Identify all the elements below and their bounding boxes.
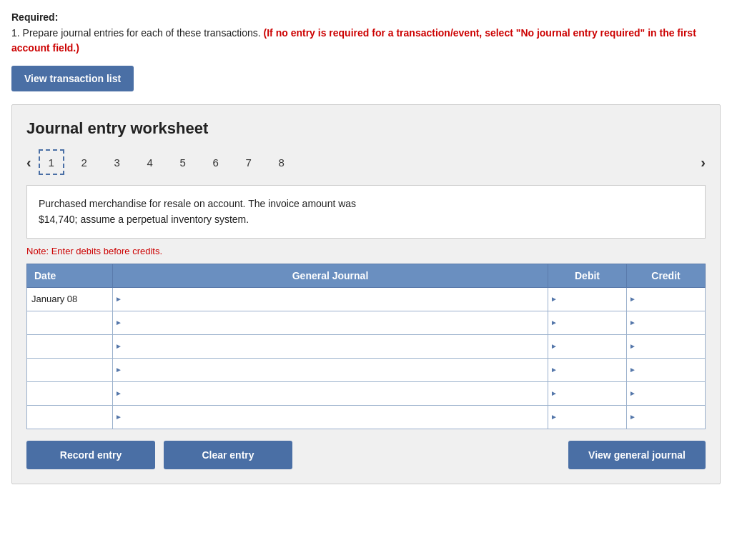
journal-input-4[interactable] xyxy=(124,364,548,375)
prev-page-button[interactable]: ‹ xyxy=(26,154,31,171)
page-8-tab[interactable]: 8 xyxy=(269,149,295,175)
credit-input-1[interactable] xyxy=(638,294,705,304)
arrow-indicator: ► xyxy=(548,413,560,421)
credit-input-3[interactable] xyxy=(638,341,705,351)
journal-input-5[interactable] xyxy=(124,388,548,399)
credit-cell-3[interactable]: ► xyxy=(627,334,706,358)
page-2-tab[interactable]: 2 xyxy=(71,149,97,175)
credit-cell-2[interactable]: ► xyxy=(627,311,706,334)
credit-cell-6[interactable]: ► xyxy=(627,405,706,429)
page-1-tab[interactable]: 1 xyxy=(39,149,64,175)
arrow-indicator: ► xyxy=(548,342,560,350)
arrow-indicator: ► xyxy=(548,389,560,397)
table-row: ► ► ► xyxy=(27,358,706,381)
table-row: January 08 ► ► ► xyxy=(27,287,706,311)
debit-input-4[interactable] xyxy=(560,364,626,375)
arrow-indicator: ► xyxy=(627,366,638,374)
arrow-indicator: ► xyxy=(627,342,638,350)
debit-cell-1[interactable]: ► xyxy=(548,287,627,311)
col-header-credit: Credit xyxy=(627,264,706,287)
debit-cell-4[interactable]: ► xyxy=(548,358,627,381)
arrow-indicator: ► xyxy=(627,413,638,421)
arrow-indicator: ► xyxy=(113,295,124,303)
credit-input-5[interactable] xyxy=(638,388,705,399)
journal-input-1[interactable] xyxy=(124,294,548,304)
table-row: ► ► ► xyxy=(27,405,706,429)
arrow-indicator: ► xyxy=(548,366,560,374)
arrow-indicator: ► xyxy=(627,389,638,397)
date-cell-3 xyxy=(27,334,113,358)
credit-cell-1[interactable]: ► xyxy=(627,287,706,311)
debit-input-3[interactable] xyxy=(560,341,626,351)
date-cell-2 xyxy=(27,311,113,334)
table-row: ► ► ► xyxy=(27,311,706,334)
date-cell-1: January 08 xyxy=(27,287,113,311)
worksheet-container: Journal entry worksheet ‹ 1 2 3 4 5 6 7 … xyxy=(11,104,721,484)
required-label: Required: xyxy=(11,11,721,23)
credit-cell-5[interactable]: ► xyxy=(627,381,706,405)
arrow-indicator: ► xyxy=(113,389,124,397)
date-cell-5 xyxy=(27,381,113,405)
date-cell-4 xyxy=(27,358,113,381)
table-row: ► ► ► xyxy=(27,334,706,358)
debit-input-1[interactable] xyxy=(560,294,626,304)
arrow-indicator: ► xyxy=(113,366,124,374)
date-cell-6 xyxy=(27,405,113,429)
credit-input-6[interactable] xyxy=(638,411,705,422)
record-entry-button[interactable]: Record entry xyxy=(26,441,155,469)
journal-cell-2[interactable]: ► xyxy=(113,311,548,334)
next-page-button[interactable]: › xyxy=(701,154,706,171)
arrow-indicator: ► xyxy=(627,319,638,326)
journal-input-2[interactable] xyxy=(124,317,548,328)
journal-cell-6[interactable]: ► xyxy=(113,405,548,429)
col-header-date: Date xyxy=(27,264,113,287)
table-row: ► ► ► xyxy=(27,381,706,405)
journal-cell-3[interactable]: ► xyxy=(113,334,548,358)
bottom-buttons: Record entry Clear entry View general jo… xyxy=(26,441,706,469)
debit-cell-3[interactable]: ► xyxy=(548,334,627,358)
page-5-tab[interactable]: 5 xyxy=(170,149,196,175)
arrow-indicator: ► xyxy=(548,319,560,326)
credit-cell-4[interactable]: ► xyxy=(627,358,706,381)
debit-cell-2[interactable]: ► xyxy=(548,311,627,334)
debit-cell-5[interactable]: ► xyxy=(548,381,627,405)
page-navigation: ‹ 1 2 3 4 5 6 7 8 › xyxy=(26,149,706,175)
page-3-tab[interactable]: 3 xyxy=(104,149,130,175)
journal-cell-4[interactable]: ► xyxy=(113,358,548,381)
worksheet-title: Journal entry worksheet xyxy=(26,119,706,138)
note-text: Note: Enter debits before credits. xyxy=(26,246,706,256)
col-header-debit: Debit xyxy=(548,264,627,287)
arrow-indicator: ► xyxy=(548,295,560,303)
journal-table: Date General Journal Debit Credit Januar… xyxy=(26,264,706,429)
page-4-tab[interactable]: 4 xyxy=(137,149,163,175)
instructions: 1. Prepare journal entries for each of t… xyxy=(11,26,721,56)
page-7-tab[interactable]: 7 xyxy=(236,149,262,175)
page-6-tab[interactable]: 6 xyxy=(203,149,229,175)
arrow-indicator: ► xyxy=(113,413,124,421)
journal-input-6[interactable] xyxy=(124,411,548,422)
arrow-indicator: ► xyxy=(627,295,638,303)
debit-input-6[interactable] xyxy=(560,411,626,422)
transaction-description: Purchased merchandise for resale on acco… xyxy=(26,185,706,239)
credit-input-4[interactable] xyxy=(638,364,705,375)
col-header-general-journal: General Journal xyxy=(113,264,548,287)
view-transaction-list-button[interactable]: View transaction list xyxy=(11,66,134,91)
debit-cell-6[interactable]: ► xyxy=(548,405,627,429)
arrow-indicator: ► xyxy=(113,319,124,326)
journal-input-3[interactable] xyxy=(124,341,548,351)
clear-entry-button[interactable]: Clear entry xyxy=(164,441,292,469)
arrow-indicator: ► xyxy=(113,342,124,350)
journal-cell-1[interactable]: ► xyxy=(113,287,548,311)
debit-input-5[interactable] xyxy=(560,388,626,399)
view-general-journal-button[interactable]: View general journal xyxy=(568,441,706,469)
credit-input-2[interactable] xyxy=(638,317,705,328)
journal-cell-5[interactable]: ► xyxy=(113,381,548,405)
debit-input-2[interactable] xyxy=(560,317,626,328)
